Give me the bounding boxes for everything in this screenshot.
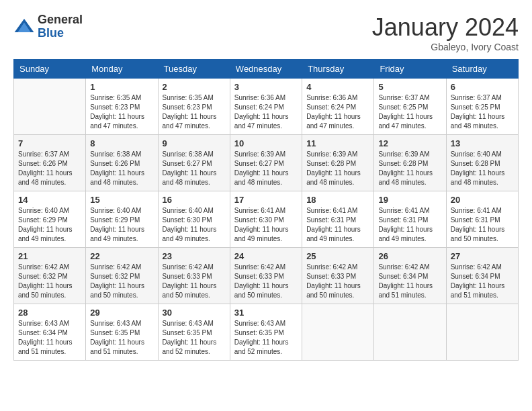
calendar-cell: 12Sunrise: 6:39 AMSunset: 6:28 PMDayligh…: [374, 135, 446, 191]
day-info: Sunrise: 6:35 AMSunset: 6:23 PMDaylight:…: [90, 93, 153, 131]
calendar-cell: 11Sunrise: 6:39 AMSunset: 6:28 PMDayligh…: [302, 135, 374, 191]
calendar-cell: 8Sunrise: 6:38 AMSunset: 6:26 PMDaylight…: [86, 135, 158, 191]
day-info: Sunrise: 6:41 AMSunset: 6:31 PMDaylight:…: [451, 206, 514, 244]
day-number: 28: [18, 308, 81, 318]
day-number: 27: [451, 251, 514, 261]
day-number: 16: [163, 195, 226, 205]
calendar-cell: 19Sunrise: 6:41 AMSunset: 6:31 PMDayligh…: [374, 191, 446, 248]
calendar-cell: 18Sunrise: 6:41 AMSunset: 6:31 PMDayligh…: [302, 191, 374, 248]
day-number: 20: [451, 195, 514, 205]
day-number: 7: [18, 138, 81, 148]
day-info: Sunrise: 6:42 AMSunset: 6:32 PMDaylight:…: [18, 263, 81, 300]
calendar-cell: 29Sunrise: 6:43 AMSunset: 6:35 PMDayligh…: [86, 304, 158, 361]
location-text: Gbaleyo, Ivory Coast: [372, 42, 519, 52]
calendar-cell: 6Sunrise: 6:37 AMSunset: 6:25 PMDaylight…: [446, 79, 518, 135]
day-number: 4: [306, 82, 369, 92]
day-info: Sunrise: 6:43 AMSunset: 6:35 PMDaylight:…: [90, 319, 153, 357]
day-info: Sunrise: 6:40 AMSunset: 6:28 PMDaylight:…: [451, 150, 514, 187]
day-number: 5: [378, 82, 441, 92]
calendar-cell: 20Sunrise: 6:41 AMSunset: 6:31 PMDayligh…: [446, 191, 518, 248]
calendar-cell: 24Sunrise: 6:42 AMSunset: 6:33 PMDayligh…: [230, 248, 302, 304]
calendar-cell: 13Sunrise: 6:40 AMSunset: 6:28 PMDayligh…: [446, 135, 518, 191]
week-row-1: 1Sunrise: 6:35 AMSunset: 6:23 PMDaylight…: [14, 79, 519, 135]
weekday-header-tuesday: Tuesday: [158, 60, 230, 79]
calendar-cell: 23Sunrise: 6:42 AMSunset: 6:33 PMDayligh…: [158, 248, 230, 304]
calendar-cell: 2Sunrise: 6:35 AMSunset: 6:23 PMDaylight…: [158, 79, 230, 135]
day-info: Sunrise: 6:40 AMSunset: 6:29 PMDaylight:…: [18, 206, 81, 244]
day-info: Sunrise: 6:41 AMSunset: 6:31 PMDaylight:…: [378, 206, 441, 244]
day-info: Sunrise: 6:42 AMSunset: 6:32 PMDaylight:…: [90, 263, 153, 300]
day-number: 15: [90, 195, 153, 205]
calendar-cell: 21Sunrise: 6:42 AMSunset: 6:32 PMDayligh…: [14, 248, 86, 304]
logo-general-text: General: [38, 13, 83, 26]
title-block: January 2024 Gbaleyo, Ivory Coast: [372, 13, 519, 52]
calendar-cell: 7Sunrise: 6:37 AMSunset: 6:26 PMDaylight…: [14, 135, 86, 191]
weekday-header-friday: Friday: [374, 60, 446, 79]
week-row-4: 21Sunrise: 6:42 AMSunset: 6:32 PMDayligh…: [14, 248, 519, 304]
day-number: 26: [378, 251, 441, 261]
day-info: Sunrise: 6:35 AMSunset: 6:23 PMDaylight:…: [163, 93, 226, 131]
month-title: January 2024: [372, 13, 519, 42]
day-number: 17: [234, 195, 298, 205]
calendar-cell: 16Sunrise: 6:40 AMSunset: 6:30 PMDayligh…: [158, 191, 230, 248]
weekday-header-sunday: Sunday: [14, 60, 86, 79]
day-info: Sunrise: 6:41 AMSunset: 6:31 PMDaylight:…: [306, 206, 369, 244]
calendar-cell: 26Sunrise: 6:42 AMSunset: 6:34 PMDayligh…: [374, 248, 446, 304]
weekday-header-saturday: Saturday: [446, 60, 518, 79]
day-number: 23: [163, 251, 226, 261]
day-number: 2: [163, 82, 226, 92]
calendar-cell: 30Sunrise: 6:43 AMSunset: 6:35 PMDayligh…: [158, 304, 230, 361]
day-info: Sunrise: 6:38 AMSunset: 6:27 PMDaylight:…: [163, 150, 226, 187]
day-info: Sunrise: 6:42 AMSunset: 6:33 PMDaylight:…: [306, 263, 369, 300]
calendar-cell: 14Sunrise: 6:40 AMSunset: 6:29 PMDayligh…: [14, 191, 86, 248]
day-number: 21: [18, 251, 81, 261]
calendar-cell: 5Sunrise: 6:37 AMSunset: 6:25 PMDaylight…: [374, 79, 446, 135]
day-number: 31: [234, 308, 298, 318]
day-info: Sunrise: 6:42 AMSunset: 6:33 PMDaylight:…: [163, 263, 226, 300]
calendar-cell: 9Sunrise: 6:38 AMSunset: 6:27 PMDaylight…: [158, 135, 230, 191]
day-info: Sunrise: 6:37 AMSunset: 6:25 PMDaylight:…: [451, 93, 514, 131]
weekday-header-monday: Monday: [86, 60, 158, 79]
calendar-cell: 22Sunrise: 6:42 AMSunset: 6:32 PMDayligh…: [86, 248, 158, 304]
weekday-header-wednesday: Wednesday: [230, 60, 302, 79]
day-number: 22: [90, 251, 153, 261]
day-number: 9: [163, 138, 226, 148]
day-info: Sunrise: 6:42 AMSunset: 6:34 PMDaylight:…: [378, 263, 441, 300]
day-info: Sunrise: 6:38 AMSunset: 6:26 PMDaylight:…: [90, 150, 153, 187]
week-row-2: 7Sunrise: 6:37 AMSunset: 6:26 PMDaylight…: [14, 135, 519, 191]
logo-blue-text: Blue: [38, 26, 64, 40]
logo: General Blue: [13, 13, 83, 40]
day-number: 3: [234, 82, 298, 92]
calendar-cell: 17Sunrise: 6:41 AMSunset: 6:30 PMDayligh…: [230, 191, 302, 248]
calendar-cell: [446, 304, 518, 361]
calendar-cell: [14, 79, 86, 135]
day-info: Sunrise: 6:42 AMSunset: 6:33 PMDaylight:…: [234, 263, 298, 300]
calendar-cell: 31Sunrise: 6:43 AMSunset: 6:35 PMDayligh…: [230, 304, 302, 361]
day-info: Sunrise: 6:36 AMSunset: 6:24 PMDaylight:…: [306, 93, 369, 131]
day-number: 18: [306, 195, 369, 205]
week-row-5: 28Sunrise: 6:43 AMSunset: 6:34 PMDayligh…: [14, 304, 519, 361]
day-info: Sunrise: 6:41 AMSunset: 6:30 PMDaylight:…: [234, 206, 298, 244]
day-info: Sunrise: 6:42 AMSunset: 6:34 PMDaylight:…: [451, 263, 514, 300]
day-number: 30: [163, 308, 226, 318]
day-info: Sunrise: 6:39 AMSunset: 6:28 PMDaylight:…: [378, 150, 441, 187]
day-info: Sunrise: 6:40 AMSunset: 6:30 PMDaylight:…: [163, 206, 226, 244]
calendar-cell: 10Sunrise: 6:39 AMSunset: 6:27 PMDayligh…: [230, 135, 302, 191]
day-number: 10: [234, 138, 298, 148]
logo-icon: [13, 16, 35, 38]
day-number: 8: [90, 138, 153, 148]
calendar-cell: 15Sunrise: 6:40 AMSunset: 6:29 PMDayligh…: [86, 191, 158, 248]
day-number: 29: [90, 308, 153, 318]
day-info: Sunrise: 6:39 AMSunset: 6:27 PMDaylight:…: [234, 150, 298, 187]
weekday-header-row: SundayMondayTuesdayWednesdayThursdayFrid…: [14, 60, 519, 79]
calendar-cell: 28Sunrise: 6:43 AMSunset: 6:34 PMDayligh…: [14, 304, 86, 361]
day-info: Sunrise: 6:43 AMSunset: 6:35 PMDaylight:…: [234, 319, 298, 357]
calendar-cell: 4Sunrise: 6:36 AMSunset: 6:24 PMDaylight…: [302, 79, 374, 135]
day-number: 12: [378, 138, 441, 148]
day-number: 1: [90, 82, 153, 92]
day-info: Sunrise: 6:40 AMSunset: 6:29 PMDaylight:…: [90, 206, 153, 244]
day-number: 13: [451, 138, 514, 148]
weekday-header-thursday: Thursday: [302, 60, 374, 79]
day-info: Sunrise: 6:39 AMSunset: 6:28 PMDaylight:…: [306, 150, 369, 187]
calendar-cell: 27Sunrise: 6:42 AMSunset: 6:34 PMDayligh…: [446, 248, 518, 304]
